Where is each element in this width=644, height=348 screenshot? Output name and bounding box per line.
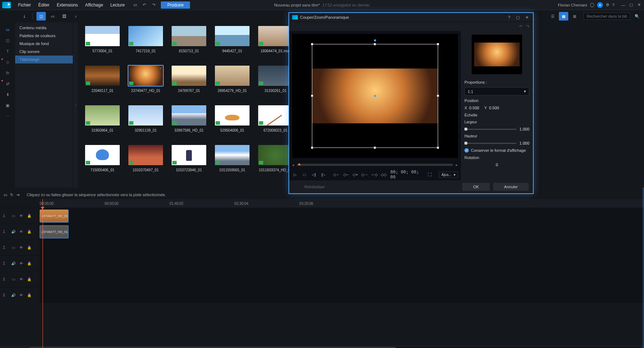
media-item[interactable]: 7417219_01 xyxy=(124,26,167,63)
layout-icon[interactable]: ▭ xyxy=(132,2,138,8)
media-item[interactable]: 1010723846_01 xyxy=(167,145,211,182)
settings-gear-icon[interactable]: ⚙ xyxy=(606,3,609,7)
timeline-auto-icon[interactable]: ↻ xyxy=(10,193,13,197)
window-maximize-icon[interactable]: ▢ xyxy=(628,2,634,8)
cancel-button[interactable]: Annuler xyxy=(493,183,529,191)
timeline-tool-icon[interactable]: ▭ xyxy=(4,193,7,197)
preserve-aspect-checkbox[interactable]: ✓ Conserver le format d'affichage xyxy=(464,148,529,153)
keyframe-loop-icon[interactable]: ↔◇ xyxy=(371,171,378,178)
crop-handle-tm[interactable] xyxy=(374,43,376,45)
media-thumbnail[interactable] xyxy=(258,66,293,86)
media-thumbnail[interactable] xyxy=(128,105,163,125)
zoom-in-icon[interactable]: + xyxy=(23,347,25,348)
track-visibility-icon[interactable]: 👁 xyxy=(19,213,24,219)
media-item[interactable]: 24789767_01 xyxy=(167,66,211,102)
category-item[interactable]: Palettes de couleurs xyxy=(15,32,73,40)
scrub-bar[interactable] xyxy=(297,164,453,166)
menu-extensions[interactable]: Extensions xyxy=(53,1,81,9)
crop-handle-tr[interactable] xyxy=(437,43,439,45)
menu-display[interactable]: Affichage xyxy=(81,1,107,9)
track-lock-icon[interactable]: 🔒 xyxy=(27,245,32,250)
window-close-icon[interactable]: ✕ xyxy=(636,2,642,8)
height-value[interactable]: 1.000 xyxy=(519,141,529,145)
media-thumbnail[interactable] xyxy=(128,145,163,165)
transition-tab-icon[interactable]: ⇄ xyxy=(0,79,15,89)
crop-handle-bl[interactable] xyxy=(311,146,313,149)
track-visibility-icon[interactable]: 👁 xyxy=(19,261,24,266)
dialog-redo-icon[interactable]: ↷ xyxy=(526,24,529,29)
width-slider[interactable] xyxy=(464,129,516,130)
preview-canvas[interactable] xyxy=(292,34,458,158)
track-content[interactable] xyxy=(40,287,644,303)
y-value[interactable]: 0.500 xyxy=(489,106,499,110)
video-icon[interactable]: ▭ xyxy=(48,12,57,21)
prev-frame-icon[interactable]: ◁| xyxy=(311,171,317,178)
user-profile-icon[interactable]: ◯ xyxy=(590,3,594,7)
track-lock-icon[interactable]: 🔒 xyxy=(27,229,32,234)
media-item[interactable]: 715005406_01 xyxy=(81,145,124,182)
category-item[interactable]: Clip sonore xyxy=(15,48,73,56)
media-item[interactable]: 529504006_01 xyxy=(211,105,254,142)
window-minimize-icon[interactable]: — xyxy=(620,2,626,8)
media-item[interactable]: 5773004_01 xyxy=(81,26,124,63)
template-tab-icon[interactable]: ▣ xyxy=(0,100,15,110)
track-lock-icon[interactable]: 🔒 xyxy=(27,293,32,298)
timecode-display[interactable]: 00; 00; 00; 00 xyxy=(391,169,423,180)
fit-select[interactable]: Ajus...▾ xyxy=(439,172,458,178)
grid-view-icon[interactable]: ▦ xyxy=(559,12,568,21)
media-thumbnail[interactable] xyxy=(172,145,206,165)
crop-center-icon[interactable] xyxy=(374,95,376,97)
media-item[interactable]: 8150713_01 xyxy=(167,26,211,63)
dialog-maximize-icon[interactable]: ▢ xyxy=(515,15,521,20)
zoom-slider[interactable]: ──●── xyxy=(7,347,21,348)
track-content[interactable] xyxy=(40,240,644,255)
proportions-select[interactable]: 1:1▾ xyxy=(464,87,529,96)
text-tab-icon[interactable]: T xyxy=(0,46,15,56)
track-visibility-icon[interactable]: 👁 xyxy=(19,245,24,250)
search-icon[interactable]: 🔍 xyxy=(632,12,642,21)
help-icon[interactable]: ? xyxy=(612,3,614,7)
keyframe-add-icon[interactable]: ◇+ xyxy=(352,171,359,178)
track-lock-icon[interactable]: 🔒 xyxy=(27,261,32,266)
dialog-titlebar[interactable]: Couper/Zoom/Panoramique ? ▢ ✕ xyxy=(289,13,533,22)
audio-icon[interactable]: ♪ xyxy=(71,12,80,21)
media-thumbnail[interactable] xyxy=(215,26,250,46)
menu-playback[interactable]: Lecture xyxy=(107,1,128,9)
dialog-undo-icon[interactable]: ↶ xyxy=(519,24,522,29)
play-icon[interactable]: ▷ xyxy=(292,171,298,178)
media-thumbnail[interactable] xyxy=(215,66,250,86)
media-item[interactable]: 1010370497_01 xyxy=(124,145,167,182)
media-item[interactable]: 32901139_01 xyxy=(124,105,167,142)
media-thumbnail[interactable] xyxy=(258,26,293,46)
track-lock-icon[interactable]: 🔒 xyxy=(27,213,32,219)
fullscreen-icon[interactable]: ⛶ xyxy=(427,171,432,178)
x-value[interactable]: 0.500 xyxy=(469,106,479,110)
track-content[interactable] xyxy=(40,256,644,271)
list-view-icon[interactable]: ☰ xyxy=(548,12,557,21)
media-thumbnail[interactable]: ✓ xyxy=(128,66,163,86)
ok-button[interactable]: OK xyxy=(462,183,490,191)
keyframe-next-icon[interactable]: ◇→ xyxy=(362,171,368,178)
detail-view-icon[interactable]: ⊞ xyxy=(570,12,579,21)
width-value[interactable]: 1.000 xyxy=(519,127,529,131)
produce-button[interactable]: Produire xyxy=(161,1,190,9)
timeline-clip[interactable]: 23749477_HD_01 xyxy=(40,210,69,223)
media-thumbnail[interactable] xyxy=(128,26,163,46)
media-item[interactable]: 1011559565_01 xyxy=(211,145,254,182)
media-thumbnail[interactable] xyxy=(215,105,250,125)
playhead[interactable] xyxy=(43,199,43,348)
download-tab-icon[interactable]: ⬇ xyxy=(0,89,15,100)
track-visibility-icon[interactable]: 👁 xyxy=(19,277,24,282)
media-thumbnail[interactable] xyxy=(85,26,120,46)
dialog-close-icon[interactable]: ✕ xyxy=(524,15,530,20)
media-item[interactable]: 22048117_01 xyxy=(81,66,124,102)
redo-icon[interactable]: ↷ xyxy=(151,2,157,8)
category-item[interactable]: Téléchargé xyxy=(15,56,73,63)
media-item[interactable]: 33997588_HD_01 xyxy=(167,105,211,142)
track-visibility-icon[interactable]: 👁 xyxy=(19,229,24,234)
pip-tab-icon[interactable]: ◫ xyxy=(0,35,15,45)
reset-button[interactable]: Réinitialiser xyxy=(294,183,336,191)
stop-icon[interactable]: □ xyxy=(301,171,307,178)
collapse-handle[interactable]: ‹ xyxy=(73,22,78,188)
media-thumbnail[interactable] xyxy=(172,26,206,46)
